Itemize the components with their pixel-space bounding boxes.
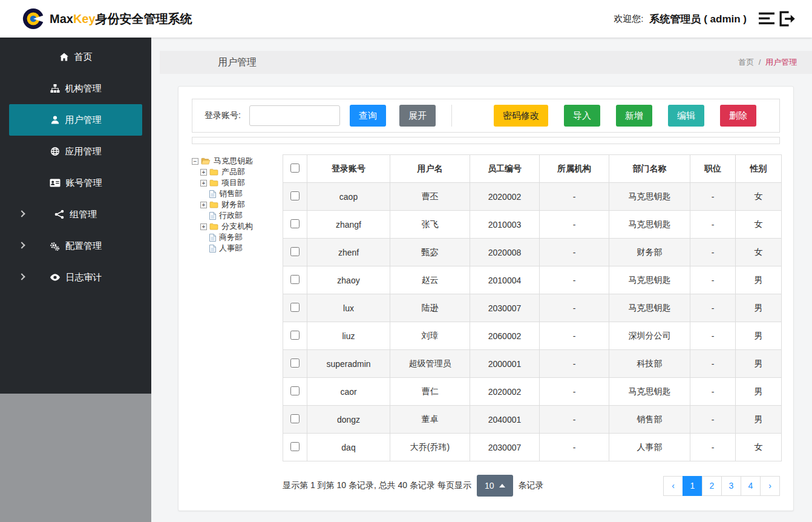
query-button[interactable]: 查询	[350, 105, 386, 127]
table-cell: 女	[736, 211, 782, 239]
sidebar-item-label: 应用管理	[65, 146, 102, 157]
document-icon	[209, 190, 216, 198]
page-button-3[interactable]: 3	[721, 476, 741, 496]
table-row[interactable]: zhangf张飞2010003-马克思钥匙-女	[283, 211, 782, 239]
user-icon	[50, 115, 60, 125]
page-button-2[interactable]: 2	[702, 476, 722, 496]
table-row[interactable]: caop曹丕2020002-马克思钥匙-女	[283, 183, 782, 211]
tree-node[interactable]: 分支机构	[192, 221, 283, 232]
expand-plus-icon[interactable]	[200, 202, 207, 208]
org-tree: 马克思钥匙 产品部 项目部 销售部	[192, 154, 283, 497]
action-buttons: 密码修改 导入 新增 编辑 删除	[494, 105, 756, 127]
eye-icon	[50, 273, 61, 282]
tree-node-label[interactable]: 马克思钥匙	[213, 156, 253, 167]
sidebar-item-audit[interactable]: 日志审计	[9, 262, 142, 293]
table-cell: superadmin	[307, 350, 390, 378]
table-cell: -	[540, 350, 609, 378]
tree-node[interactable]: 人事部	[192, 243, 283, 254]
table-cell: 陆逊	[390, 294, 470, 322]
tree-node-label[interactable]: 人事部	[218, 243, 243, 254]
tree-node[interactable]: 产品部	[192, 167, 283, 177]
expand-plus-icon[interactable]	[200, 169, 207, 176]
table-row[interactable]: caor曹仁2020002-马克思钥匙-男	[283, 378, 782, 406]
select-all-header	[283, 155, 307, 183]
tree-node-label[interactable]: 产品部	[221, 167, 245, 177]
checkbox-cell	[283, 378, 307, 406]
table-cell: 2010004	[470, 266, 540, 294]
next-page-button[interactable]: ›	[760, 476, 780, 496]
folder-icon	[209, 201, 218, 208]
row-checkbox[interactable]	[290, 275, 300, 284]
table-row[interactable]: daq大乔(乔玮)2030007-人事部-女	[283, 434, 782, 461]
table-cell: 深圳分公司	[609, 322, 690, 350]
sidebar-item-home[interactable]: 首页	[9, 41, 142, 73]
checkbox-cell	[283, 434, 307, 461]
table-cell: 女	[736, 434, 782, 461]
tree-node-root[interactable]: 马克思钥匙	[192, 156, 283, 167]
tree-node-label[interactable]: 商务部	[218, 232, 243, 243]
row-checkbox[interactable]	[290, 442, 300, 451]
delete-button[interactable]: 删除	[720, 105, 756, 127]
tree-node-label[interactable]: 项目部	[221, 177, 245, 188]
search-label: 登录账号:	[205, 110, 241, 121]
expand-plus-icon[interactable]	[200, 223, 207, 230]
prev-page-button[interactable]: ‹	[663, 476, 683, 496]
tree-node[interactable]: 行政部	[192, 210, 283, 221]
change-password-button[interactable]: 密码修改	[494, 105, 548, 127]
sidebar-item-config[interactable]: 配置管理	[9, 230, 142, 262]
table-cell: 马克思钥匙	[609, 378, 690, 406]
breadcrumb-home[interactable]: 首页	[738, 58, 754, 67]
expand-plus-icon[interactable]	[200, 180, 207, 187]
row-checkbox[interactable]	[290, 191, 300, 200]
tree-node-label[interactable]: 行政部	[218, 210, 243, 221]
sidebar-item-apps[interactable]: 应用管理	[9, 136, 142, 167]
page-button-1[interactable]: 1	[683, 476, 702, 496]
column-header: 性别	[736, 155, 782, 183]
tree-node-label[interactable]: 分支机构	[221, 221, 253, 232]
table-cell: 2010003	[470, 211, 540, 239]
row-checkbox[interactable]	[290, 358, 300, 368]
table-row[interactable]: zhaoy赵云2010004-马克思钥匙-男	[283, 266, 782, 294]
tree-node-label[interactable]: 财务部	[221, 199, 245, 210]
sidebar-item-users[interactable]: 用户管理	[9, 104, 142, 136]
row-checkbox[interactable]	[290, 386, 300, 395]
column-header: 用户名	[390, 155, 470, 183]
login-account-input[interactable]	[249, 105, 340, 126]
row-checkbox[interactable]	[290, 414, 300, 423]
table-row[interactable]: superadmin超级管理员2000001-科技部-男	[283, 350, 782, 378]
tree-node[interactable]: 商务部	[192, 232, 283, 243]
import-button[interactable]: 导入	[564, 105, 600, 127]
table-row[interactable]: lux陆逊2030007-马克思钥匙-男	[283, 294, 782, 322]
row-checkbox[interactable]	[290, 303, 300, 312]
table-cell: -	[690, 239, 736, 266]
row-checkbox[interactable]	[290, 219, 300, 228]
select-all-checkbox[interactable]	[290, 164, 300, 173]
logout-icon[interactable]	[777, 8, 797, 29]
group-icon	[54, 210, 64, 219]
expand-button[interactable]: 展开	[399, 105, 436, 127]
breadcrumb-separator: /	[759, 58, 761, 67]
collapse-minus-icon[interactable]	[192, 158, 198, 165]
edit-button[interactable]: 编辑	[668, 105, 704, 127]
tree-node[interactable]: 销售部	[192, 188, 283, 199]
row-checkbox[interactable]	[290, 331, 300, 340]
list-menu-icon[interactable]	[756, 8, 777, 29]
current-user-label: 系统管理员 ( admin )	[649, 12, 747, 26]
row-checkbox[interactable]	[290, 247, 300, 256]
tree-node-label[interactable]: 销售部	[218, 188, 243, 199]
top-header: MaxKey身份安全管理系统 欢迎您: 系统管理员 ( admin )	[0, 0, 812, 38]
table-row[interactable]: zhenf甄宓2020008-财务部-女	[283, 239, 782, 266]
page-button-4[interactable]: 4	[741, 476, 761, 496]
sitemap-icon	[50, 84, 60, 93]
sidebar-item-org[interactable]: 机构管理	[9, 73, 142, 104]
add-button[interactable]: 新增	[616, 105, 652, 127]
sidebar-item-groups[interactable]: 组管理	[9, 199, 142, 230]
checkbox-cell	[283, 294, 307, 322]
table-row[interactable]: dongz董卓2040001-销售部-男	[283, 406, 782, 434]
sidebar-item-accounts[interactable]: 账号管理	[9, 167, 142, 199]
brand-suffix: 身份安全管理系统	[96, 12, 192, 25]
page-size-dropdown[interactable]: 10	[477, 475, 513, 497]
tree-node[interactable]: 财务部	[192, 199, 283, 210]
table-row[interactable]: liuz刘璋2060002-深圳分公司-男	[283, 322, 782, 350]
tree-node[interactable]: 项目部	[192, 177, 283, 188]
